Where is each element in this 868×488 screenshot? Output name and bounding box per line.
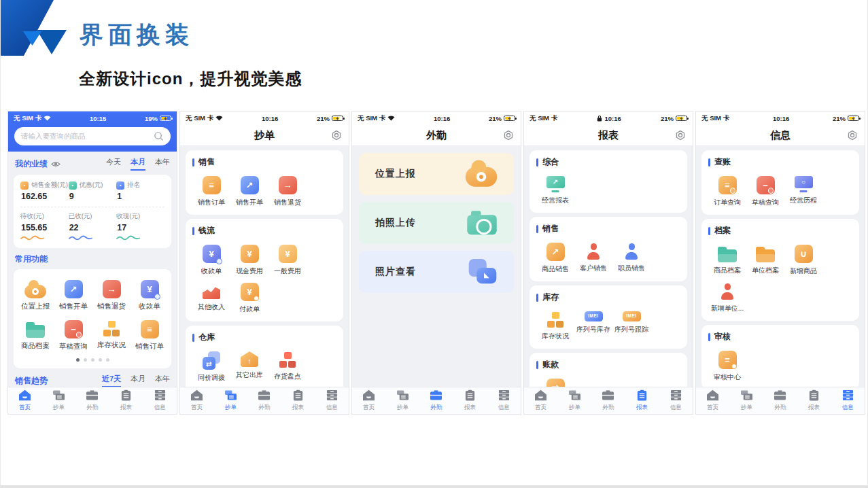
tab-info[interactable]: 信息 bbox=[659, 387, 693, 414]
tab-info[interactable]: 信息 bbox=[831, 387, 865, 414]
app-item-库存状况[interactable]: 库存状况 bbox=[92, 316, 131, 356]
trend-tab-0[interactable]: 近7天 bbox=[102, 374, 121, 387]
app-item-现金费用[interactable]: ¥现金费用 bbox=[230, 239, 268, 277]
performance-tab-0[interactable]: 今天 bbox=[106, 157, 121, 171]
tab-home[interactable]: 首页 bbox=[352, 387, 386, 414]
app-item-销售订单[interactable]: ≡销售订单 bbox=[131, 316, 169, 356]
app-item-收款单[interactable]: ¥收款单 bbox=[192, 239, 230, 277]
app-item-一般费用[interactable]: ¥一般费用 bbox=[268, 239, 307, 277]
tab-copy-order[interactable]: 抄单 bbox=[42, 387, 76, 414]
performance-tab-1[interactable]: 本月 bbox=[131, 157, 145, 171]
tab-copy-order[interactable]: 抄单 bbox=[730, 387, 764, 414]
tab-copy-order[interactable]: 抄单 bbox=[558, 387, 592, 414]
app-item-收款单[interactable]: ¥收款单 bbox=[131, 276, 169, 316]
app-item-销售退货[interactable]: →销售退货 bbox=[92, 276, 131, 316]
tab-home[interactable]: 首页 bbox=[696, 387, 730, 414]
app-item-销售退货[interactable]: →销售退货 bbox=[268, 171, 307, 209]
tab-label: 抄单 bbox=[225, 404, 237, 412]
tab-reports[interactable]: 报表 bbox=[453, 387, 487, 414]
tab-reports[interactable]: 报表 bbox=[797, 387, 831, 414]
stat-icon: ▪ bbox=[20, 181, 29, 190]
briefcase-icon bbox=[258, 389, 271, 402]
battery-status: 21% bbox=[661, 115, 687, 122]
app-item-新增商品[interactable]: ∪新增商品 bbox=[784, 239, 822, 277]
app-item-订单查询[interactable]: ≡订单查询 bbox=[708, 171, 746, 209]
app-item-单位档案[interactable]: 单位档案 bbox=[746, 239, 784, 277]
banner-位置上报[interactable]: 位置上报 bbox=[359, 153, 514, 195]
banner-照片查看[interactable]: 照片查看 bbox=[359, 251, 514, 293]
folder-icon bbox=[26, 325, 45, 338]
app-item-label: 销售退货 bbox=[97, 302, 126, 311]
app-item-label: 其他收入 bbox=[198, 302, 225, 312]
app-item-客户销售[interactable]: 客户销售 bbox=[574, 237, 612, 275]
tab-info[interactable]: 信息 bbox=[143, 387, 177, 414]
app-item-商品销售[interactable]: ↗商品销售 bbox=[536, 237, 574, 275]
app-item-序列号跟踪[interactable]: IMEI序列号跟踪 bbox=[612, 306, 650, 343]
tab-reports[interactable]: 报表 bbox=[625, 387, 659, 414]
app-item-其它出库[interactable]: ↑其它出库 bbox=[230, 346, 268, 384]
app-item-草稿查询[interactable]: −草稿查询 bbox=[54, 316, 92, 356]
tab-label: 抄单 bbox=[53, 404, 65, 412]
tab-field-work[interactable]: 外勤 bbox=[591, 387, 625, 414]
app-item-销售开单[interactable]: ↗销售开单 bbox=[230, 171, 268, 209]
home-icon bbox=[706, 389, 719, 402]
tab-home[interactable]: 首页 bbox=[180, 387, 214, 414]
section-bar bbox=[536, 294, 538, 302]
tab-copy-order[interactable]: 抄单 bbox=[386, 387, 420, 414]
app-item-草稿查询[interactable]: −草稿查询 bbox=[746, 171, 784, 209]
box-search-icon: − bbox=[757, 176, 775, 194]
tab-home[interactable]: 首页 bbox=[8, 387, 42, 414]
tab-field-work[interactable]: 外勤 bbox=[763, 387, 797, 414]
app-item-库存状况[interactable]: 库存状况 bbox=[536, 306, 574, 343]
tab-info[interactable]: 信息 bbox=[487, 387, 521, 414]
app-item-其他收入[interactable]: 其他收入 bbox=[192, 277, 230, 315]
gear-icon[interactable] bbox=[675, 130, 686, 142]
section-title: 销售 bbox=[198, 156, 215, 168]
status-bar: 无 SIM 卡 10:16 21% bbox=[352, 111, 521, 125]
app-item-label: 经营历程 bbox=[790, 196, 817, 205]
tab-label: 外勤 bbox=[86, 404, 98, 412]
tab-field-work[interactable]: 外勤 bbox=[75, 387, 109, 414]
gear-icon[interactable] bbox=[847, 130, 858, 142]
eye-icon[interactable] bbox=[51, 161, 60, 167]
performance-tab-2[interactable]: 本年 bbox=[155, 157, 170, 171]
app-item-存货盘点[interactable]: 存货盘点 bbox=[268, 346, 307, 384]
app-item-商品档案[interactable]: 商品档案 bbox=[708, 239, 746, 277]
drawers-icon bbox=[841, 389, 854, 402]
search-input[interactable]: 请输入要查询的商品 bbox=[14, 127, 171, 145]
dot bbox=[106, 358, 109, 362]
sales-trend-title: 销售趋势 bbox=[15, 375, 48, 387]
app-item-付款单[interactable]: ¥付款单 bbox=[230, 277, 268, 315]
app-item-新增单位...[interactable]: 新增单位... bbox=[708, 277, 746, 315]
banner-拍照上传[interactable]: 拍照上传 bbox=[359, 202, 514, 244]
app-item-审核中心[interactable]: ≡审核中心 bbox=[708, 345, 746, 383]
app-item-职员销售[interactable]: 职员销售 bbox=[612, 237, 650, 275]
app-item-label: 序列号跟踪 bbox=[614, 325, 648, 334]
tab-field-work[interactable]: 外勤 bbox=[419, 387, 453, 414]
trend-tab-2[interactable]: 本年 bbox=[155, 374, 170, 387]
tab-info[interactable]: 信息 bbox=[315, 387, 349, 414]
imei-icon: IMEI bbox=[585, 311, 603, 321]
tab-home[interactable]: 首页 bbox=[524, 387, 558, 414]
performance-header: 我的业绩 今天本月本年 bbox=[8, 152, 177, 175]
trend-tab-1[interactable]: 本月 bbox=[131, 374, 145, 387]
gear-icon[interactable] bbox=[331, 130, 342, 142]
drawers-icon bbox=[154, 389, 167, 402]
stat-item: 收现(元) 17 bbox=[116, 212, 164, 243]
app-item-销售开单[interactable]: ↗销售开单 bbox=[54, 276, 92, 316]
tab-copy-order[interactable]: 抄单 bbox=[214, 387, 248, 414]
app-item-经营历程[interactable]: ○经营历程 bbox=[784, 171, 822, 209]
app-item-label: 商品档案 bbox=[21, 341, 50, 351]
app-item-位置上报[interactable]: 位置上报 bbox=[16, 276, 54, 316]
app-item-销售订单[interactable]: ≡销售订单 bbox=[192, 171, 230, 209]
app-item-经营报表[interactable]: ↗经营报表 bbox=[536, 171, 574, 207]
tab-field-work[interactable]: 外勤 bbox=[247, 387, 281, 414]
app-item-商品档案[interactable]: 商品档案 bbox=[16, 316, 54, 356]
app-item-序列号库存[interactable]: IMEI序列号库存 bbox=[574, 306, 612, 343]
phone-screen-home: 无 SIM 卡 10:15 19% 请输入要查询的商品 我的业绩 今天本月本年 … bbox=[7, 111, 177, 415]
app-item-同价调拨[interactable]: ⇄同价调拨 bbox=[192, 346, 230, 384]
tab-reports[interactable]: 报表 bbox=[281, 387, 315, 414]
tab-reports[interactable]: 报表 bbox=[109, 387, 143, 414]
section-title: 账款 bbox=[542, 359, 559, 370]
gear-icon[interactable] bbox=[503, 130, 514, 142]
